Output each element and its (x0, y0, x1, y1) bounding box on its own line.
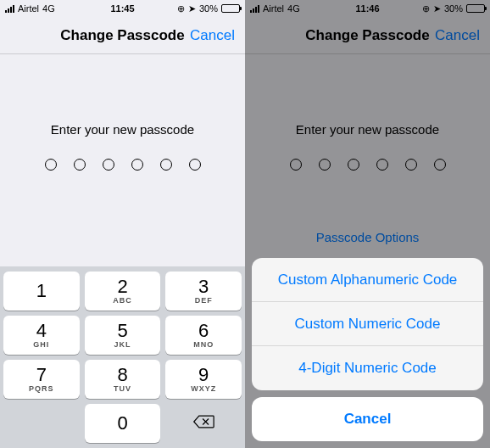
key-1[interactable]: 1 (3, 272, 80, 311)
passcode-dots (0, 159, 245, 171)
passcode-dot (131, 159, 143, 171)
passcode-content: Enter your new passcode (0, 54, 245, 171)
page-title: Change Passcode (60, 27, 184, 44)
passcode-dots (245, 159, 490, 171)
key-delete[interactable] (165, 404, 242, 443)
battery-pct: 30% (199, 3, 218, 14)
screenshot-right: Airtel 4G 11:46 ⊕ ➤ 30% Change Passcode … (245, 0, 490, 448)
passcode-dot (348, 159, 359, 171)
option-custom-numeric[interactable]: Custom Numeric Code (252, 302, 483, 346)
key-8[interactable]: 8TUV (85, 360, 161, 399)
clock: 11:45 (110, 3, 134, 14)
passcode-dot (405, 159, 417, 171)
signal-icon (250, 5, 259, 13)
network-label: 4G (287, 3, 300, 14)
passcode-dot (189, 159, 201, 171)
status-bar: Airtel 4G 11:46 ⊕ ➤ 30% (245, 0, 490, 17)
cancel-button[interactable]: Cancel (435, 27, 480, 44)
passcode-options-button[interactable]: Passcode Options (304, 225, 432, 249)
location-icon: ➤ (433, 3, 441, 14)
signal-icon (5, 5, 14, 13)
passcode-dot (160, 159, 172, 171)
numeric-keypad: 1 2ABC 3DEF 4GHI 5JKL 6MNO 7PQRS 8TUV 9W… (0, 266, 245, 448)
battery-pct: 30% (444, 3, 463, 14)
network-label: 4G (42, 3, 55, 14)
passcode-dot (45, 159, 57, 171)
battery-icon (221, 4, 240, 13)
key-3[interactable]: 3DEF (165, 272, 242, 311)
nav-bar: Change Passcode Cancel (0, 17, 245, 54)
key-6[interactable]: 6MNO (165, 316, 242, 355)
clock: 11:46 (355, 3, 379, 14)
option-custom-alphanumeric[interactable]: Custom Alphanumeric Code (252, 258, 483, 302)
passcode-options-row: Passcode Options (245, 225, 490, 249)
passcode-dot (74, 159, 86, 171)
nav-bar: Change Passcode Cancel (245, 17, 490, 54)
option-4-digit-numeric[interactable]: 4-Digit Numeric Code (252, 346, 483, 390)
backspace-icon (192, 413, 214, 434)
passcode-dot (434, 159, 446, 171)
passcode-content: Enter your new passcode (245, 54, 490, 171)
prompt-label: Enter your new passcode (0, 122, 245, 137)
carrier-label: Airtel (263, 3, 284, 14)
alarm-icon: ⊕ (177, 3, 185, 14)
prompt-label: Enter your new passcode (245, 122, 490, 137)
sheet-options-group: Custom Alphanumeric Code Custom Numeric … (252, 258, 483, 390)
sheet-cancel-button[interactable]: Cancel (252, 397, 483, 441)
location-icon: ➤ (188, 3, 196, 14)
passcode-dot (376, 159, 388, 171)
cancel-button[interactable]: Cancel (190, 27, 235, 44)
passcode-options-sheet: Custom Alphanumeric Code Custom Numeric … (252, 258, 483, 441)
key-5[interactable]: 5JKL (85, 316, 161, 355)
page-title: Change Passcode (305, 27, 429, 44)
key-2[interactable]: 2ABC (85, 272, 161, 311)
battery-icon (466, 4, 485, 13)
alarm-icon: ⊕ (422, 3, 430, 14)
screenshot-left: Airtel 4G 11:45 ⊕ ➤ 30% Change Passcode … (0, 0, 245, 448)
key-9[interactable]: 9WXYZ (165, 360, 242, 399)
key-7[interactable]: 7PQRS (3, 360, 80, 399)
status-bar: Airtel 4G 11:45 ⊕ ➤ 30% (0, 0, 245, 17)
key-4[interactable]: 4GHI (3, 316, 80, 355)
carrier-label: Airtel (18, 3, 39, 14)
passcode-dot (103, 159, 114, 171)
key-0[interactable]: 0 (85, 404, 161, 443)
passcode-dot (290, 159, 302, 171)
passcode-dot (319, 159, 331, 171)
key-blank (3, 404, 80, 443)
